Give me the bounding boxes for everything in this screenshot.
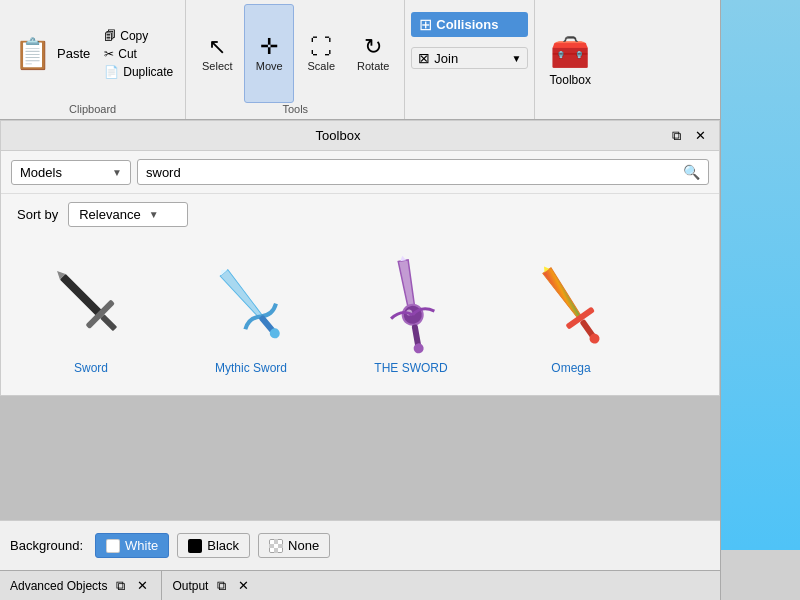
select-label: Select xyxy=(202,60,233,72)
join-button[interactable]: ⊠ Join ▼ xyxy=(411,47,528,69)
output-pin-button[interactable]: ⧉ xyxy=(214,577,229,595)
sort-dropdown-arrow-icon: ▼ xyxy=(149,209,159,220)
background-bar: Background: White Black None xyxy=(0,520,720,570)
advanced-objects-label: Advanced Objects xyxy=(10,579,107,593)
sort-by-label: Sort by xyxy=(17,207,58,222)
duplicate-button[interactable]: 📄 Duplicate xyxy=(100,63,177,81)
toolbox-pin-button[interactable]: ⧉ xyxy=(667,126,686,146)
svg-point-13 xyxy=(413,343,425,355)
status-bar: Advanced Objects ⧉ ✕ Output ⧉ ✕ xyxy=(0,570,800,600)
move-label: Move xyxy=(256,60,283,72)
none-swatch xyxy=(269,539,283,553)
cut-button[interactable]: ✂ Cut xyxy=(100,45,177,63)
black-button[interactable]: Black xyxy=(177,533,250,558)
toolbox-label: Toolbox xyxy=(550,73,591,87)
items-grid: Sword xyxy=(1,235,719,395)
join-icon: ⊠ xyxy=(418,50,430,66)
duplicate-icon: 📄 xyxy=(104,65,119,79)
sort-bar: Sort by Relevance ▼ xyxy=(1,194,719,235)
toolbox-icon: 🧰 xyxy=(550,33,590,71)
the-sword-label: THE SWORD xyxy=(374,361,447,375)
svg-rect-16 xyxy=(565,306,595,329)
output-label: Output xyxy=(172,579,208,593)
background-label: Background: xyxy=(10,538,83,553)
item-mythic-sword[interactable]: Mythic Sword xyxy=(171,245,331,385)
black-swatch xyxy=(188,539,202,553)
sort-dropdown[interactable]: Relevance ▼ xyxy=(68,202,188,227)
main-toolbar: 📋 Paste 🗐 Copy ✂ Cut 📄 Duplicate Clipboa… xyxy=(0,0,800,120)
advanced-objects-close-button[interactable]: ✕ xyxy=(134,577,151,594)
rotate-label: Rotate xyxy=(357,60,389,72)
toolbox-title: Toolbox xyxy=(9,128,667,143)
models-dropdown-arrow-icon: ▼ xyxy=(112,167,122,178)
mythic-sword-svg xyxy=(191,255,311,355)
rotate-button[interactable]: ↻ Rotate xyxy=(348,4,398,103)
tools-label: Tools xyxy=(192,103,398,115)
tools-group: ↖ Select ✛ Move ⛶ Scale ↻ Rotate Tools xyxy=(186,0,405,119)
copy-button[interactable]: 🗐 Copy xyxy=(100,27,177,45)
omega-label: Omega xyxy=(551,361,590,375)
models-dropdown-label: Models xyxy=(20,165,108,180)
output-section: Output ⧉ ✕ xyxy=(162,571,262,600)
search-input-wrapper: 🔍 xyxy=(137,159,709,185)
white-swatch xyxy=(106,539,120,553)
paste-icon: 📋 xyxy=(14,36,51,71)
mythic-sword-label: Mythic Sword xyxy=(215,361,287,375)
models-dropdown[interactable]: Models ▼ xyxy=(11,160,131,185)
cut-label: Cut xyxy=(118,47,137,61)
move-button[interactable]: ✛ Move xyxy=(244,4,294,103)
white-button[interactable]: White xyxy=(95,533,169,558)
collisions-button[interactable]: ⊞ Collisions xyxy=(411,12,528,37)
sword-image xyxy=(31,255,151,355)
select-button[interactable]: ↖ Select xyxy=(192,4,242,103)
item-sword[interactable]: Sword xyxy=(11,245,171,385)
omega-svg xyxy=(511,255,631,355)
copy-icon: 🗐 xyxy=(104,29,116,43)
toolbox-search-bar: Models ▼ 🔍 xyxy=(1,151,719,194)
clipboard-group: 📋 Paste 🗐 Copy ✂ Cut 📄 Duplicate Clipboa… xyxy=(0,0,186,119)
item-omega[interactable]: Omega xyxy=(491,245,651,385)
svg-marker-14 xyxy=(543,268,584,320)
svg-marker-4 xyxy=(220,270,264,320)
rotate-icon: ↻ xyxy=(364,36,382,58)
scale-button[interactable]: ⛶ Scale xyxy=(296,4,346,103)
search-icon: 🔍 xyxy=(683,164,700,180)
none-button[interactable]: None xyxy=(258,533,330,558)
right-viewport-panel xyxy=(720,0,800,600)
collisions-icon: ⊞ xyxy=(419,15,432,34)
sword-label: Sword xyxy=(74,361,108,375)
white-label: White xyxy=(125,538,158,553)
move-icon: ✛ xyxy=(260,36,278,58)
join-label: Join xyxy=(434,51,458,66)
tools-items: ↖ Select ✛ Move ⛶ Scale ↻ Rotate xyxy=(192,4,398,103)
toolbox-header: Toolbox ⧉ ✕ xyxy=(1,121,719,151)
the-sword-image xyxy=(351,255,471,355)
svg-marker-9 xyxy=(399,255,406,261)
insert-label xyxy=(411,103,528,115)
join-dropdown-arrow-icon: ▼ xyxy=(511,53,521,64)
svg-rect-2 xyxy=(100,314,117,331)
scale-label: Scale xyxy=(308,60,336,72)
none-label: None xyxy=(288,538,319,553)
toolbox-button[interactable]: 🧰 Toolbox xyxy=(535,0,605,119)
copy-label: Copy xyxy=(120,29,148,43)
mythic-sword-image xyxy=(191,255,311,355)
duplicate-label: Duplicate xyxy=(123,65,173,79)
cut-icon: ✂ xyxy=(104,47,114,61)
collisions-group: ⊞ Collisions ⊠ Join ▼ xyxy=(405,0,535,119)
the-sword-svg xyxy=(351,255,471,355)
output-close-button[interactable]: ✕ xyxy=(235,577,252,594)
svg-rect-0 xyxy=(60,274,105,319)
toolbox-close-button[interactable]: ✕ xyxy=(690,126,711,146)
advanced-objects-pin-button[interactable]: ⧉ xyxy=(113,577,128,595)
viewport-background xyxy=(721,0,800,550)
paste-button[interactable]: 📋 Paste xyxy=(8,30,96,77)
paste-label: Paste xyxy=(57,46,90,61)
item-the-sword[interactable]: THE SWORD xyxy=(331,245,491,385)
collisions-label: Collisions xyxy=(436,17,498,32)
toolbox-panel: Toolbox ⧉ ✕ Models ▼ 🔍 Sort by Relevance… xyxy=(0,120,720,396)
sword-svg xyxy=(31,255,151,355)
search-input[interactable] xyxy=(146,165,683,180)
clipboard-small-buttons: 🗐 Copy ✂ Cut 📄 Duplicate xyxy=(100,27,177,81)
advanced-objects-section: Advanced Objects ⧉ ✕ xyxy=(0,571,162,600)
